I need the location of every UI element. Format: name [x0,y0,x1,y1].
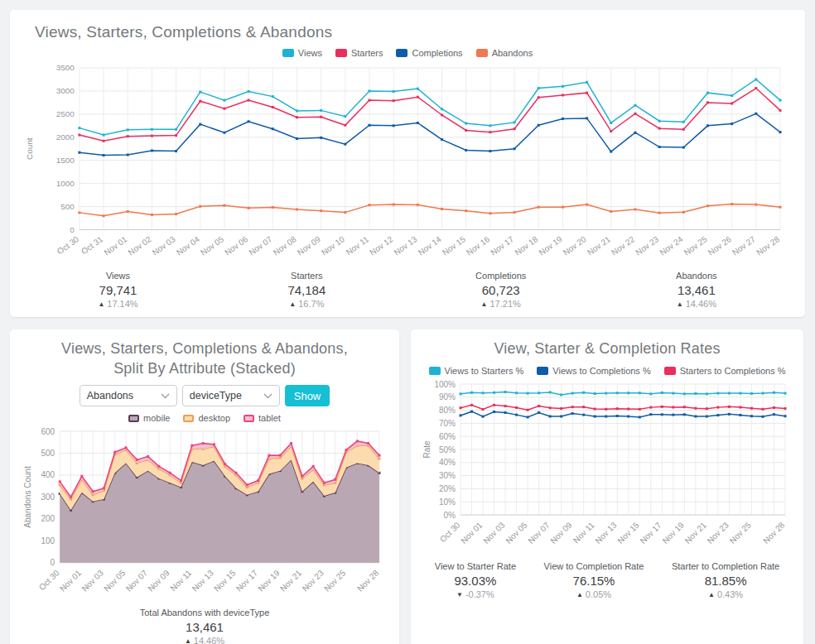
svg-text:Nov 13: Nov 13 [593,520,618,545]
chevron-down-icon [161,393,170,399]
svg-text:Nov 26: Nov 26 [706,234,733,257]
chart-legend-top: ViewsStartersCompletionsAbandons [23,48,792,58]
svg-text:Nov 19: Nov 19 [256,568,282,594]
svg-text:Nov 23: Nov 23 [706,520,731,545]
legend-label: Views [298,48,322,58]
svg-text:Nov 11: Nov 11 [571,520,596,545]
svg-text:Nov 09: Nov 09 [296,234,322,257]
stat-views: Views79,741▲17.14% [98,271,137,309]
rates-panel-title: View, Starter & Completion Rates [421,339,793,358]
legend-item-views[interactable]: Views [282,48,322,58]
legend-item-abandons[interactable]: Abandons [476,48,533,58]
triangle-up-icon: ▲ [481,300,488,308]
svg-text:Nov 23: Nov 23 [301,568,326,594]
dashboard-page: Views, Starters, Completions & Abandons … [0,0,815,644]
stat-starter-to-completion-rate: Starter to Completion Rate81.85%▲0.43% [672,561,779,599]
page-title: Views, Starters, Completions & Abandons [35,23,792,41]
triangle-up-icon: ▲ [576,591,583,598]
legend-item-starters-to-completions[interactable]: Starters to Completions % [664,366,786,376]
svg-text:40%: 40% [439,458,456,467]
legend-swatch-icon [537,367,548,375]
svg-text:70%: 70% [439,419,456,428]
svg-text:60%: 60% [439,432,456,441]
svg-text:Nov 07: Nov 07 [247,234,273,257]
svg-text:Nov 01: Nov 01 [58,568,84,594]
stat-starters: Starters74,184▲16.7% [287,271,326,309]
svg-text:Nov 16: Nov 16 [465,234,491,257]
svg-text:Nov 07: Nov 07 [124,568,150,594]
svg-text:Nov 09: Nov 09 [146,568,171,594]
svg-text:Nov 20: Nov 20 [562,234,588,257]
bottom-row: Views, Starters, Completions & Abandons,… [10,329,805,644]
svg-text:Nov 05: Nov 05 [102,568,128,594]
stat-delta: ▲0.43% [672,589,779,599]
legend-swatch-icon [664,367,676,375]
stat-total-abandons-with-devicetype: Total Abandons with deviceType13,461▲14.… [140,608,270,644]
show-button[interactable]: Show [285,385,330,406]
panel-rates: View, Starter & Completion Rates Views t… [411,329,803,644]
svg-text:Nov 15: Nov 15 [616,520,641,545]
svg-text:Nov 13: Nov 13 [393,234,419,257]
svg-text:100%: 100% [434,379,456,388]
stat-view-to-starter-rate: View to Starter Rate93.03%▼-0.37% [435,561,516,599]
legend-label: desktop [198,413,230,423]
triangle-up-icon: ▲ [677,300,683,308]
chart-legend-rates: Views to Starters %Views to Completions … [421,366,793,376]
attribute-select-value: deviceType [190,390,242,401]
svg-text:500: 500 [60,202,75,211]
stat-value: 93.03% [435,574,516,588]
svg-text:Rate: Rate [422,440,432,459]
stat-value: 74,184 [287,283,326,297]
stat-label: Starters [287,271,326,281]
svg-text:0: 0 [51,558,55,567]
svg-text:50%: 50% [439,445,456,454]
stat-delta: ▲17.21% [475,299,526,309]
svg-text:Nov 05: Nov 05 [504,520,528,545]
svg-text:Count: Count [25,137,34,160]
summary-stats-rates: View to Starter Rate93.03%▼-0.37%View to… [421,561,793,599]
legend-item-starters[interactable]: Starters [335,48,383,58]
legend-label: mobile [143,413,170,423]
legend-item-mobile[interactable]: mobile [128,413,170,423]
metric-select[interactable]: Abandons [80,385,177,406]
stat-value: 13,461 [676,283,717,297]
legend-item-views-to-completions[interactable]: Views to Completions % [537,366,650,376]
legend-label: Views to Starters % [445,366,524,376]
abandons-split-stacked-chart: 0100200300400500600Oct 30Nov 01Nov 03Nov… [22,426,388,606]
svg-text:Nov 03: Nov 03 [481,520,506,545]
stat-value: 13,461 [140,620,270,634]
triangle-up-icon: ▲ [185,637,191,644]
svg-text:400: 400 [41,471,55,480]
svg-text:0%: 0% [444,510,456,519]
svg-text:Nov 19: Nov 19 [538,234,564,257]
rates-chart: 0%10%20%30%40%50%60%70%80%90%100%Oct 30N… [421,379,793,560]
stat-delta: ▲17.14% [98,299,137,309]
svg-text:Oct 30: Oct 30 [438,520,462,544]
legend-item-tablet[interactable]: tablet [244,413,281,423]
svg-text:Nov 08: Nov 08 [272,234,298,257]
svg-text:0: 0 [70,225,75,234]
split-panel-title-line2: Split By Attribute (Stacked) [113,360,296,377]
legend-item-desktop[interactable]: desktop [183,413,230,423]
svg-text:Nov 28: Nov 28 [755,234,781,257]
legend-item-completions[interactable]: Completions [396,48,462,58]
svg-text:Nov 03: Nov 03 [80,568,106,594]
stat-label: Views [98,271,137,281]
svg-text:80%: 80% [439,406,456,415]
stat-label: Starter to Completion Rate [672,561,779,571]
svg-text:1500: 1500 [56,156,75,165]
attribute-select[interactable]: deviceType [182,385,280,406]
stat-value: 76.15% [544,574,644,588]
svg-text:Nov 17: Nov 17 [489,234,515,257]
legend-swatch-icon [183,415,194,422]
svg-text:200: 200 [41,515,55,524]
svg-text:10%: 10% [439,497,456,507]
svg-text:Nov 25: Nov 25 [682,234,709,257]
legend-item-views-to-starters[interactable]: Views to Starters % [429,366,524,376]
stat-delta: ▲16.7% [287,299,326,309]
svg-text:Oct 31: Oct 31 [80,234,105,256]
svg-text:Nov 01: Nov 01 [459,520,484,545]
stat-delta: ▲0.05% [544,589,644,599]
svg-text:Nov 02: Nov 02 [127,234,153,257]
svg-text:Oct 30: Oct 30 [55,234,81,256]
